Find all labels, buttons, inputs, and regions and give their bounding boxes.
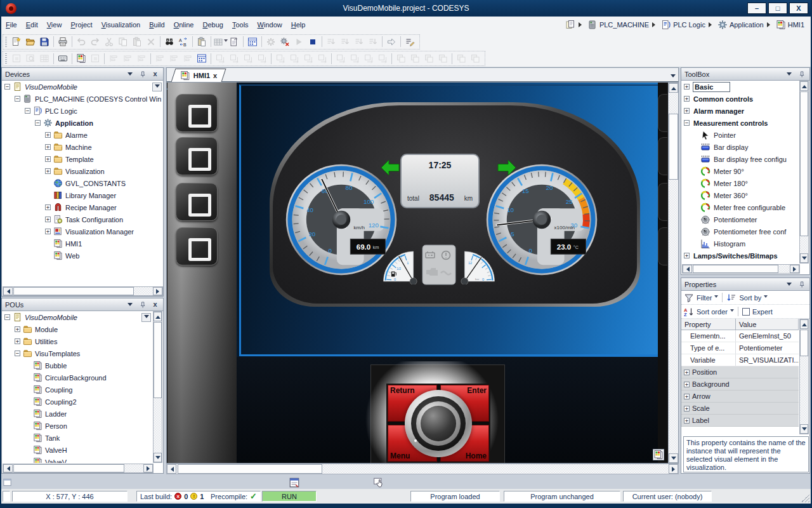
display-order-button[interactable] (403, 36, 417, 48)
frame-selection-button[interactable] (88, 52, 102, 65)
collapse-icon[interactable]: − (684, 120, 690, 126)
expand-icon[interactable]: + (684, 418, 690, 424)
tab-list-dropdown-icon[interactable] (671, 74, 676, 80)
ungroup-button[interactable] (468, 52, 482, 65)
property-group-position[interactable]: +Position (681, 366, 799, 378)
panel-menu-button[interactable] (784, 280, 794, 289)
property-row-elementn-[interactable]: Elementn...GenElemInst_50 (681, 330, 799, 342)
scroll-down-button[interactable] (154, 453, 162, 462)
delete-button[interactable] (144, 36, 158, 48)
scroll-down-button[interactable] (800, 253, 808, 263)
bring-forward-button[interactable] (422, 52, 436, 65)
property-group-label[interactable]: +Label (681, 415, 799, 427)
expand-icon[interactable]: + (684, 253, 690, 258)
property-value[interactable]: Potentiometer (736, 344, 799, 352)
menu-visualization[interactable]: Visualization (97, 18, 145, 31)
step-into-button[interactable] (338, 36, 352, 48)
tree-item-machine[interactable]: +Machine (2, 141, 163, 153)
tree-item-template[interactable]: +Template (2, 153, 163, 165)
scroll-thumb[interactable] (800, 91, 808, 236)
menu-tools[interactable]: Tools (228, 18, 253, 31)
collapse-icon[interactable]: − (15, 351, 20, 356)
collapse-icon[interactable]: − (15, 96, 20, 102)
property-value[interactable]: SR_VISUALIZATI... (736, 356, 799, 364)
minimize-button[interactable]: – (747, 3, 766, 14)
v-spacing-remove-button[interactable] (376, 52, 390, 65)
scroll-thumb[interactable] (800, 330, 808, 356)
property-column-header[interactable]: Property (681, 319, 736, 330)
menu-help[interactable]: Help (287, 18, 310, 31)
property-group-background[interactable]: +Background (681, 378, 799, 391)
scroll-up-button[interactable] (154, 312, 162, 321)
tree-item-ladder[interactable]: Ladder (2, 408, 152, 420)
scroll-left-button[interactable] (167, 464, 176, 474)
step-over-button[interactable] (324, 36, 338, 48)
expand-icon[interactable]: + (684, 84, 690, 90)
visualization-mode-button[interactable] (653, 449, 664, 460)
stop-button[interactable] (306, 36, 320, 48)
scroll-thumb[interactable] (13, 464, 124, 472)
element-list-button[interactable] (37, 52, 51, 65)
toolbox-item-meter-90-[interactable]: Meter 90° (681, 165, 799, 177)
align-center-button[interactable] (121, 52, 134, 65)
scroll-right-button[interactable] (790, 265, 799, 273)
toolbox-item-pointer[interactable]: Pointer (681, 129, 799, 141)
tree-item-visudemomobile[interactable]: −VisuDemoMobile (2, 311, 152, 323)
step-out-button[interactable] (352, 36, 366, 48)
toolbox-item-bar-display[interactable]: Bar display (681, 141, 799, 153)
print-button[interactable] (56, 36, 70, 48)
send-backward-button[interactable] (436, 52, 450, 65)
expand-icon[interactable]: + (684, 370, 690, 375)
trip-display[interactable]: 17:25 total 85445 km (400, 154, 480, 208)
tachometer-gauge[interactable]: 051015202530x100/min23.0°C (485, 163, 598, 276)
scroll-up-button[interactable] (669, 83, 678, 93)
tree-item-library-manager[interactable]: Library Manager (2, 189, 163, 201)
scroll-up-button[interactable] (800, 81, 808, 91)
canvas-hscrollbar[interactable] (166, 464, 679, 474)
tree-item-coupling[interactable]: Coupling (2, 384, 152, 396)
panel-menu-button[interactable] (125, 300, 134, 309)
set-next-statement-button[interactable] (384, 36, 398, 48)
pin-icon[interactable] (138, 70, 147, 79)
devices-hscrollbar[interactable] (3, 286, 163, 296)
toolbox-hscrollbar[interactable] (682, 264, 800, 274)
collapse-icon[interactable]: − (35, 120, 41, 126)
pin-icon[interactable] (797, 280, 806, 289)
value-column-header[interactable]: Value (736, 319, 799, 330)
toolbox-item-meter-180-[interactable]: Meter 180° (681, 177, 799, 189)
resize-grip[interactable] (801, 494, 809, 502)
tree-item-alarme[interactable]: +Alarme (2, 129, 163, 141)
toolbar-grip[interactable] (5, 53, 7, 64)
bring-to-front-button[interactable] (394, 52, 408, 65)
tree-item-module[interactable]: +Module (2, 323, 152, 335)
build-button[interactable] (213, 36, 227, 48)
device-button-1[interactable] (176, 94, 218, 132)
expand-icon[interactable]: + (684, 108, 690, 114)
scroll-thumb[interactable] (154, 322, 162, 398)
device-button-8[interactable] (658, 227, 667, 265)
interface-editor-button[interactable] (10, 52, 23, 65)
breadcrumb-item-plc-logic[interactable]: PLC Logic (661, 20, 705, 30)
tree-item-circularbackground[interactable]: CircularBackground (2, 371, 152, 384)
menu-debug[interactable]: Debug (198, 18, 227, 31)
toolbox-item-meter-360-[interactable]: Meter 360° (681, 189, 799, 201)
align-left-button[interactable] (107, 52, 121, 65)
h-spacing-remove-button[interactable] (315, 52, 329, 65)
scroll-down-button[interactable] (669, 453, 678, 463)
keyboard-usage-button[interactable] (56, 52, 70, 65)
copy-button[interactable] (116, 36, 130, 48)
expand-icon[interactable]: + (684, 96, 690, 102)
background-settings-button[interactable] (195, 52, 209, 65)
property-group-arrow[interactable]: +Arrow (681, 391, 799, 403)
scroll-right-button[interactable] (143, 464, 153, 472)
generate-code-button[interactable] (227, 36, 241, 48)
toolbox-vscrollbar[interactable] (799, 81, 809, 264)
tree-item-valvev[interactable]: ValveV (2, 456, 152, 463)
properties-vscrollbar[interactable] (799, 319, 809, 434)
expand-icon[interactable]: + (45, 204, 51, 210)
toolbox-item-potentiometer[interactable]: Potentiometer (681, 213, 799, 225)
collapse-icon[interactable]: − (4, 84, 10, 90)
expand-icon[interactable]: + (45, 156, 51, 162)
save-project-button[interactable] (37, 36, 51, 48)
filter-button[interactable]: Filter (697, 294, 712, 302)
